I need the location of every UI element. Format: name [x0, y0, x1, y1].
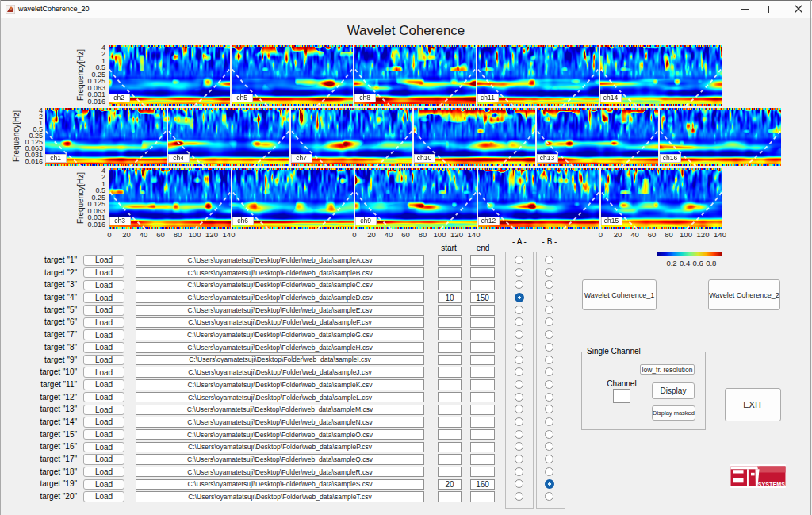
svg-text:SYSTEMS: SYSTEMS — [758, 481, 786, 488]
